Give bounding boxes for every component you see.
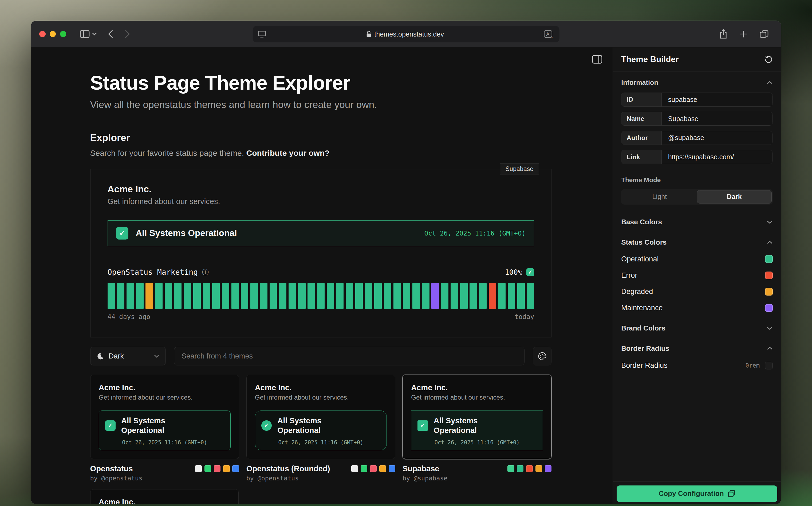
theme-color-swatch <box>379 465 386 472</box>
section-base-colors[interactable]: Base Colors <box>621 218 772 226</box>
info-icon[interactable]: ⓘ <box>202 268 209 277</box>
tracker-bar-operational[interactable] <box>289 283 296 309</box>
zoom-window-button[interactable] <box>60 31 66 37</box>
tracker-bar-operational[interactable] <box>355 283 363 309</box>
color-swatch-operational[interactable] <box>765 255 773 263</box>
tracker-bar-operational[interactable] <box>117 283 124 309</box>
tracker-bar-operational[interactable] <box>451 283 458 309</box>
translate-icon[interactable]: A x <box>544 30 554 38</box>
sidebar-toggle-icon[interactable] <box>80 30 90 38</box>
section-status-colors[interactable]: Status Colors <box>621 238 772 246</box>
share-icon[interactable] <box>719 29 727 39</box>
card-company: Acme Inc. <box>99 383 231 392</box>
theme-card-partial[interactable]: Acme Inc. Get informed about our service… <box>90 489 239 504</box>
explorer-controls: Dark <box>90 347 552 365</box>
svg-text:x: x <box>551 35 552 38</box>
tracker-bar-operational[interactable] <box>298 283 306 309</box>
tracker-bar-operational[interactable] <box>212 283 220 309</box>
tracker-bar-operational[interactable] <box>441 283 448 309</box>
back-icon[interactable] <box>108 29 113 38</box>
website-settings-icon[interactable] <box>258 31 266 37</box>
field-id-value[interactable]: supabase <box>662 93 772 106</box>
copy-configuration-button[interactable]: Copy Configuration <box>616 486 777 502</box>
reset-icon[interactable] <box>764 55 773 64</box>
status-banner: ✓ All Systems Operational Oct 26, 2025 1… <box>107 220 534 246</box>
tracker-bar-operational[interactable] <box>346 283 353 309</box>
tracker-bar-operational[interactable] <box>403 283 410 309</box>
mode-light-button[interactable]: Light <box>622 190 697 203</box>
builder-panel-toggle-icon[interactable] <box>592 55 602 64</box>
tracker-bar-operational[interactable] <box>517 283 525 309</box>
url-field[interactable]: themes.openstatus.dev A x <box>253 26 560 43</box>
tracker-bar-operational[interactable] <box>203 283 210 309</box>
tracker-bar-operational[interactable] <box>165 283 172 309</box>
theme-name: Openstatus (Rounded) <box>246 465 330 473</box>
tracker-bar-operational[interactable] <box>231 283 239 309</box>
field-link-value[interactable]: https://supabase.com/ <box>662 150 772 164</box>
section-brand-colors[interactable]: Brand Colors <box>621 324 772 332</box>
tracker-bar-operational[interactable] <box>279 283 286 309</box>
section-information[interactable]: Information <box>621 79 772 86</box>
tracker-bar-error[interactable] <box>489 283 496 309</box>
tracker-bar-operational[interactable] <box>107 283 115 309</box>
tracker-bar-operational[interactable] <box>241 283 248 309</box>
tracker-bar-operational[interactable] <box>498 283 506 309</box>
tracker-bar-operational[interactable] <box>260 283 268 309</box>
theme-card-openstatus[interactable]: Acme Inc. Get informed about our service… <box>90 375 239 459</box>
tracker-bar-operational[interactable] <box>327 283 334 309</box>
tracker-bar-operational[interactable] <box>317 283 324 309</box>
border-radius-input[interactable] <box>765 362 773 369</box>
field-name-value[interactable]: Supabase <box>662 112 772 125</box>
theme-card-openstatus-rounded[interactable]: Acme Inc. Get informed about our service… <box>246 375 395 459</box>
tracker-bar-operational[interactable] <box>479 283 487 309</box>
tracker-bar-operational[interactable] <box>469 283 477 309</box>
tracker-bar-operational[interactable] <box>527 283 534 309</box>
minimize-window-button[interactable] <box>50 31 56 37</box>
tracker-bar-operational[interactable] <box>222 283 229 309</box>
tracker-bar-maintenance[interactable] <box>431 283 439 309</box>
field-id: ID supabase <box>621 93 772 106</box>
section-border-radius[interactable]: Border Radius <box>621 344 772 353</box>
section-status-colors-label: Status Colors <box>621 238 667 246</box>
status-timestamp: Oct 26, 2025 11:16 (GMT+0) <box>425 229 526 237</box>
mode-dropdown[interactable]: Dark <box>90 347 166 365</box>
forward-icon[interactable] <box>125 29 130 38</box>
tracker-bar-operational[interactable] <box>136 283 144 309</box>
new-tab-icon[interactable] <box>739 30 747 38</box>
mode-dark-button[interactable]: Dark <box>697 190 772 203</box>
color-swatch-error[interactable] <box>765 271 773 279</box>
tracker-bar-operational[interactable] <box>365 283 372 309</box>
tracker-bar-operational[interactable] <box>384 283 391 309</box>
field-author-value[interactable]: @supabase <box>662 131 772 145</box>
tracker-bar-operational[interactable] <box>413 283 420 309</box>
tracker-bar-operational[interactable] <box>174 283 181 309</box>
contribute-link[interactable]: Contribute your own? <box>246 149 329 157</box>
tracker-bar-operational[interactable] <box>422 283 430 309</box>
theme-name-badge: Supabase <box>500 164 539 174</box>
tracker-bar-operational[interactable] <box>460 283 468 309</box>
color-swatch-degraded[interactable] <box>765 288 773 296</box>
tab-overview-icon[interactable] <box>760 30 768 38</box>
sidebar-chevron-icon[interactable] <box>92 32 97 36</box>
palette-button[interactable] <box>533 347 551 365</box>
card-status-timestamp: Oct 26, 2025 11:16 (GMT+0) <box>105 439 224 446</box>
chevron-down-icon <box>767 327 772 330</box>
tracker-bar-operational[interactable] <box>393 283 401 309</box>
tracker-bar-operational[interactable] <box>193 283 201 309</box>
tracker-bar-degraded[interactable] <box>145 283 153 309</box>
tracker-bar-operational[interactable] <box>374 283 382 309</box>
tracker-bar-operational[interactable] <box>508 283 515 309</box>
tracker-bar-operational[interactable] <box>155 283 162 309</box>
close-window-button[interactable] <box>39 31 46 37</box>
url-text: themes.openstatus.dev <box>374 30 444 38</box>
tracker-bar-operational[interactable] <box>270 283 277 309</box>
theme-search-input[interactable] <box>174 347 525 365</box>
tracker-bar-operational[interactable] <box>307 283 315 309</box>
tracker-bar-operational[interactable] <box>183 283 191 309</box>
color-swatch-maintenance[interactable] <box>765 304 773 312</box>
tracker-bar-operational[interactable] <box>250 283 258 309</box>
tracker-bar-operational[interactable] <box>336 283 344 309</box>
section-border-radius-label: Border Radius <box>621 344 669 353</box>
theme-card-supabase[interactable]: Acme Inc. Get informed about our service… <box>402 375 551 459</box>
tracker-bar-operational[interactable] <box>127 283 134 309</box>
